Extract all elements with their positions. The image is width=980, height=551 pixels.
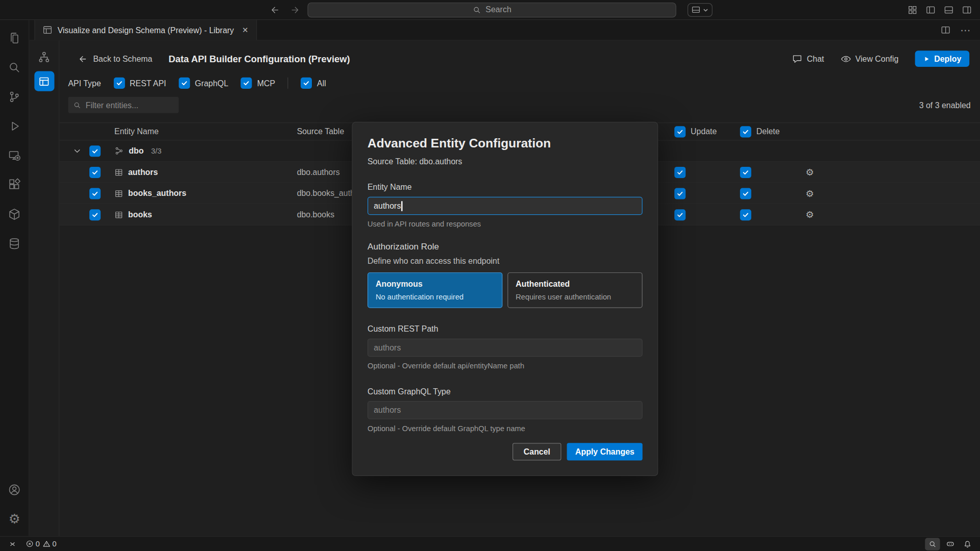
global-search-input[interactable]: Search	[307, 2, 676, 17]
activity-bar: ⚙	[0, 20, 30, 536]
more-actions-icon[interactable]: ⋯	[958, 22, 974, 37]
all-checkbox[interactable]	[301, 78, 312, 89]
col-entity-name: Entity Name	[104, 127, 291, 136]
extension-side-rail	[30, 41, 60, 536]
tab-label: Visualize and Design Schema (Preview) - …	[58, 26, 234, 35]
schema-preview-tab-icon	[42, 25, 53, 35]
row-delete-checkbox[interactable]	[740, 188, 751, 199]
row-delete-checkbox[interactable]	[740, 166, 751, 178]
filter-entities-input[interactable]: Filter entities...	[68, 97, 179, 113]
group-checkbox[interactable]	[89, 145, 101, 157]
play-icon	[923, 55, 929, 62]
chat-button[interactable]: Chat	[792, 54, 824, 64]
nav-back-icon[interactable]	[267, 2, 282, 17]
entity-name-input[interactable]: authors	[368, 197, 643, 215]
toggle-sidebar-icon[interactable]	[922, 3, 939, 17]
remote-window-icon[interactable]	[5, 538, 20, 550]
row-update-checkbox[interactable]	[674, 166, 685, 178]
authorization-role-label: Authorization Role	[368, 241, 643, 252]
back-to-schema-link[interactable]: Back to Schema	[78, 54, 152, 63]
split-editor-icon[interactable]	[938, 22, 954, 37]
graphql-checkbox[interactable]	[179, 78, 190, 89]
tab-visualize-schema[interactable]: Visualize and Design Schema (Preview) - …	[34, 20, 257, 40]
row-checkbox[interactable]	[89, 166, 101, 178]
extensions-icon[interactable]	[0, 170, 29, 199]
deploy-button[interactable]: Deploy	[915, 51, 969, 67]
text-caret	[402, 201, 403, 211]
update-all-checkbox[interactable]	[674, 126, 685, 137]
collapse-chevron-icon[interactable]	[68, 147, 85, 155]
graphql-type-label: Custom GraphQL Type	[368, 387, 643, 396]
chat-icon	[792, 54, 802, 64]
toggle-secondary-sidebar-icon[interactable]	[959, 3, 975, 17]
database-icon[interactable]	[0, 229, 29, 258]
rest-path-label: Custom REST Path	[368, 324, 643, 334]
tab-close-icon[interactable]: ✕	[239, 24, 251, 36]
error-icon	[26, 540, 34, 548]
rest-path-help: Optional - Override default api/entityNa…	[368, 362, 643, 370]
table-entity-icon	[114, 189, 123, 197]
settings-gear-icon[interactable]: ⚙	[0, 504, 29, 534]
account-icon[interactable]	[0, 475, 29, 505]
row-checkbox[interactable]	[89, 209, 101, 220]
nav-forward-icon[interactable]	[287, 2, 302, 17]
copilot-status-icon[interactable]	[943, 538, 958, 550]
warning-count: 0	[52, 539, 56, 548]
entity-name-help: Used in API routes and responses	[368, 220, 643, 229]
search-sidebar-icon[interactable]	[0, 53, 29, 82]
schema-designer-icon[interactable]	[34, 47, 54, 67]
explorer-icon[interactable]	[0, 23, 29, 53]
row-settings-gear-icon[interactable]: ⚙	[805, 167, 855, 177]
filter-mcp[interactable]: MCP	[241, 78, 275, 89]
back-arrow-icon	[78, 54, 87, 63]
panel-layout-icon	[691, 5, 700, 14]
row-settings-gear-icon[interactable]: ⚙	[805, 210, 855, 219]
api-type-label: API Type	[68, 79, 101, 88]
source-control-icon[interactable]	[0, 82, 29, 111]
zoom-status-icon[interactable]	[925, 538, 940, 550]
filter-rest-api[interactable]: REST API	[113, 78, 166, 89]
graphql-type-input[interactable]: authors	[368, 401, 643, 419]
delete-all-checkbox[interactable]	[740, 126, 751, 137]
rest-path-input[interactable]: authors	[368, 339, 643, 357]
role-card-anonymous[interactable]: Anonymous No authentication required	[368, 272, 502, 308]
package-icon[interactable]	[0, 199, 29, 229]
title-bar: Search	[0, 0, 980, 20]
entity-name-label: Entity Name	[368, 183, 643, 192]
row-checkbox[interactable]	[89, 188, 101, 199]
chevron-down-icon	[702, 7, 708, 13]
col-delete: Delete	[740, 126, 806, 137]
warning-icon	[42, 540, 51, 548]
role-card-authenticated[interactable]: Authenticated Requires user authenticati…	[507, 272, 642, 308]
row-delete-checkbox[interactable]	[740, 209, 751, 220]
enabled-summary: 3 of 3 enabled	[919, 101, 971, 110]
view-config-button[interactable]: View Config	[840, 54, 898, 64]
row-settings-gear-icon[interactable]: ⚙	[805, 189, 855, 198]
remote-explorer-icon[interactable]	[0, 141, 29, 170]
apply-changes-button[interactable]: Apply Changes	[567, 443, 643, 460]
cancel-button[interactable]: Cancel	[512, 443, 561, 460]
grid-layout-icon[interactable]	[904, 3, 921, 17]
authorization-role-help: Define who can access this endpoint	[368, 256, 643, 265]
rest-api-checkbox[interactable]	[113, 78, 125, 89]
graphql-type-help: Optional - Override default GraphQL type…	[368, 424, 643, 433]
tab-bar: Visualize and Design Schema (Preview) - …	[30, 20, 980, 40]
row-update-checkbox[interactable]	[674, 188, 685, 199]
schema-group-icon	[114, 146, 124, 156]
problems-indicator[interactable]: 0 0	[26, 539, 56, 548]
api-builder-view-icon[interactable]	[34, 71, 54, 91]
layout-control-button[interactable]	[688, 3, 713, 17]
filter-all[interactable]: All	[301, 78, 326, 89]
table-entity-icon	[114, 210, 123, 219]
dialog-source-table: Source Table: dbo.authors	[368, 157, 643, 166]
col-update: Update	[674, 126, 740, 137]
notifications-bell-icon[interactable]	[960, 538, 975, 550]
vscode-window: Search	[0, 0, 980, 551]
search-placeholder: Search	[485, 5, 511, 14]
run-debug-icon[interactable]	[0, 111, 29, 141]
toggle-panel-icon[interactable]	[941, 3, 957, 17]
table-entity-icon	[114, 168, 123, 177]
row-update-checkbox[interactable]	[674, 209, 685, 220]
mcp-checkbox[interactable]	[241, 78, 252, 89]
filter-graphql[interactable]: GraphQL	[179, 78, 228, 89]
